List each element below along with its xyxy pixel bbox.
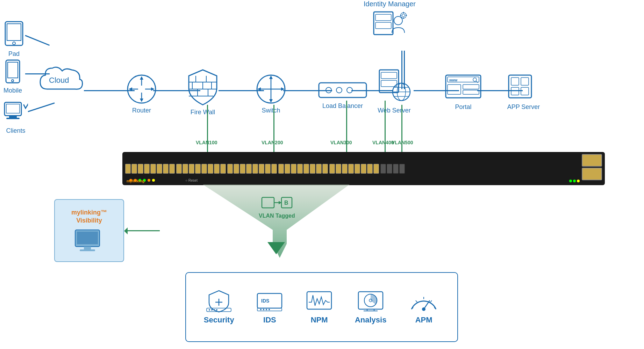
vlan-tagged-label: VLAN Tagged	[259, 213, 295, 219]
visibility-text: mylinking™ Visibility	[71, 209, 107, 225]
svg-text:Cloud: Cloud	[49, 76, 69, 85]
clients-label: Clients	[6, 127, 25, 134]
router-label: Router	[132, 107, 151, 114]
svg-marker-36	[281, 87, 285, 91]
firewall-node: Fire Wall	[185, 68, 220, 116]
svg-point-2	[13, 42, 15, 45]
svg-rect-1	[7, 24, 21, 41]
svg-point-5	[12, 80, 14, 82]
svg-rect-8	[9, 116, 17, 118]
identity-manager-label: Identity Manager	[364, 0, 416, 8]
ids-tool: IDS IDS	[256, 290, 284, 325]
security-label: Security	[204, 315, 234, 325]
svg-text:www: www	[449, 78, 458, 82]
svg-rect-73	[262, 197, 274, 208]
vlan200-line	[273, 105, 274, 154]
firewall-label: Fire Wall	[191, 109, 215, 116]
vlan400-label: VLAN400	[372, 140, 394, 145]
visibility-brand: mylinking™	[71, 209, 107, 216]
npm-tool: NPM	[305, 290, 333, 325]
pad-to-cloud-line	[25, 35, 50, 46]
svg-point-38	[326, 87, 331, 93]
portal-node: www Portal	[444, 73, 482, 111]
visibility-product: Visibility	[76, 217, 102, 224]
svg-point-109	[422, 307, 425, 311]
svg-point-39	[336, 87, 342, 93]
mobile-label: Mobile	[3, 87, 22, 94]
port-group-4	[278, 164, 328, 174]
diagram-container: Pad Mobile Clients Cloud	[0, 0, 644, 349]
vlan500-label: VLAN500	[392, 140, 413, 145]
svg-rect-55	[463, 85, 479, 89]
switch-label: Switch	[262, 107, 280, 114]
svg-rect-59	[521, 78, 529, 85]
visibility-box: mylinking™ Visibility	[54, 199, 124, 262]
svg-rect-41	[379, 70, 399, 93]
svg-point-67	[402, 14, 405, 17]
pad-label: Pad	[8, 50, 20, 58]
svg-rect-54	[448, 85, 461, 94]
right-leds	[569, 180, 580, 182]
router-node: Router	[126, 73, 157, 114]
svg-marker-13	[140, 76, 143, 80]
svg-rect-57	[509, 75, 531, 98]
rack-switch: ○ Reset mylinking	[122, 152, 605, 185]
svg-rect-42	[381, 72, 397, 79]
loadbalancer-icon	[318, 81, 367, 100]
security-tool: Security	[204, 290, 234, 325]
svg-marker-35	[257, 87, 261, 91]
svg-marker-33	[269, 75, 273, 79]
svg-rect-4	[8, 62, 18, 78]
appserver-label: APP Server	[507, 103, 540, 111]
svg-line-104	[416, 300, 417, 302]
svg-point-86	[211, 309, 213, 311]
svg-text:IDS: IDS	[261, 298, 269, 304]
apm-icon	[408, 290, 439, 313]
svg-point-95	[269, 309, 270, 310]
port-group-1	[125, 164, 175, 174]
analysis-icon	[357, 290, 385, 313]
ids-icon: IDS	[256, 290, 284, 313]
svg-point-85	[209, 309, 210, 311]
vlan300-line	[346, 101, 347, 154]
mgmt-ports	[582, 154, 602, 180]
vlan-tagged-icon: B	[261, 194, 293, 211]
svg-rect-80	[84, 247, 91, 249]
svg-point-94	[266, 309, 267, 310]
svg-point-65	[394, 16, 402, 25]
appserver-icon	[507, 73, 540, 101]
svg-rect-43	[381, 80, 397, 87]
svg-marker-34	[269, 99, 273, 103]
svg-point-92	[260, 309, 262, 310]
cloud-icon: Cloud	[38, 65, 84, 96]
vlan400-line	[385, 101, 386, 154]
svg-rect-81	[80, 249, 95, 251]
svg-rect-58	[511, 78, 519, 85]
svg-point-66	[401, 13, 406, 18]
pad-icon	[3, 21, 24, 49]
svg-rect-9	[6, 118, 20, 119]
webserver-label: Web Server	[378, 107, 411, 114]
svg-rect-84	[207, 308, 231, 312]
reset-label: ○ Reset	[185, 179, 198, 182]
svg-point-40	[347, 87, 352, 93]
portal-label: Portal	[455, 103, 471, 111]
svg-point-88	[216, 309, 217, 311]
vlan300-label: VLAN300	[330, 140, 352, 145]
svg-rect-60	[511, 87, 519, 95]
security-icon	[205, 290, 233, 313]
npm-label: NPM	[311, 315, 328, 325]
svg-text:B: B	[284, 200, 288, 206]
analysis-label: Analysis	[355, 315, 387, 325]
svg-rect-64	[375, 22, 391, 29]
router-icon	[126, 73, 157, 105]
apm-label: APM	[415, 315, 432, 325]
clients-to-cloud-line	[28, 102, 55, 112]
portal-icon: www	[444, 73, 482, 101]
svg-rect-63	[375, 14, 391, 21]
analysis-tool: Analysis	[355, 290, 387, 325]
ids-label: IDS	[263, 315, 276, 325]
mobile-device: Mobile	[3, 59, 22, 94]
port-group-2	[176, 164, 226, 174]
appserver-node: APP Server	[507, 73, 540, 111]
